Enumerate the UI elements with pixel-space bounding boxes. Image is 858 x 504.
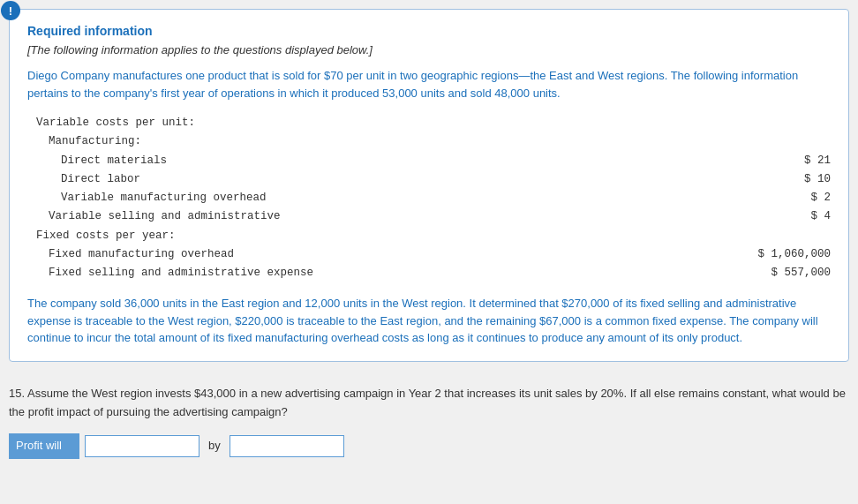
italic-note: [The following information applies to th…	[27, 43, 831, 56]
fixed-selling-row: Fixed selling and administrative expense…	[36, 264, 831, 282]
variable-costs-header: Variable costs per unit:	[36, 114, 831, 132]
description-text: Diego Company manufactures one product t…	[27, 67, 831, 102]
answer-row: Profit will by	[9, 433, 849, 459]
fixed-costs-label: Fixed costs per year:	[36, 227, 742, 245]
fixed-costs-header: Fixed costs per year:	[36, 227, 831, 245]
question-number: 15.	[9, 387, 25, 400]
by-label: by	[205, 437, 224, 455]
fixed-selling-value: $ 557,000	[742, 264, 831, 282]
question-body: Assume the West region invests $43,000 i…	[9, 387, 846, 418]
alert-icon: !	[1, 1, 20, 20]
required-info-box: ! Required information [The following in…	[9, 9, 849, 362]
direct-materials-label: Direct materials	[61, 152, 742, 170]
direct-labor-value: $ 10	[742, 170, 831, 189]
question-text: 15. Assume the West region invests $43,0…	[9, 385, 849, 422]
question-section: 15. Assume the West region invests $43,0…	[9, 376, 849, 468]
variable-mfg-overhead-row: Variable manufacturing overhead $ 2	[36, 189, 831, 207]
variable-selling-value: $ 4	[742, 207, 831, 226]
cost-table: Variable costs per unit: Manufacturing: …	[36, 114, 831, 282]
profit-amount-input[interactable]	[230, 435, 344, 457]
direct-labor-row: Direct labor $ 10	[36, 170, 831, 189]
direct-materials-value: $ 21	[742, 152, 831, 170]
manufacturing-header: Manufacturing:	[36, 132, 831, 151]
fixed-mfg-overhead-row: Fixed manufacturing overhead $ 1,060,000	[36, 245, 831, 264]
fixed-selling-label: Fixed selling and administrative expense	[49, 264, 742, 282]
variable-mfg-overhead-value: $ 2	[742, 189, 831, 207]
profit-dropdown-input[interactable]	[85, 435, 199, 457]
variable-selling-row: Variable selling and administrative $ 4	[36, 207, 831, 226]
fixed-mfg-overhead-label: Fixed manufacturing overhead	[49, 245, 742, 264]
direct-labor-label: Direct labor	[61, 170, 742, 189]
manufacturing-label: Manufacturing:	[49, 132, 742, 151]
required-info-title: Required information	[27, 24, 831, 38]
fixed-mfg-overhead-value: $ 1,060,000	[742, 245, 831, 264]
variable-costs-label: Variable costs per unit:	[36, 114, 742, 132]
bottom-text: The company sold 36,000 units in the Eas…	[27, 295, 831, 347]
profit-will-label: Profit will	[9, 433, 79, 459]
variable-selling-label: Variable selling and administrative	[49, 207, 742, 226]
variable-mfg-overhead-label: Variable manufacturing overhead	[61, 189, 742, 207]
direct-materials-row: Direct materials $ 21	[36, 152, 831, 170]
